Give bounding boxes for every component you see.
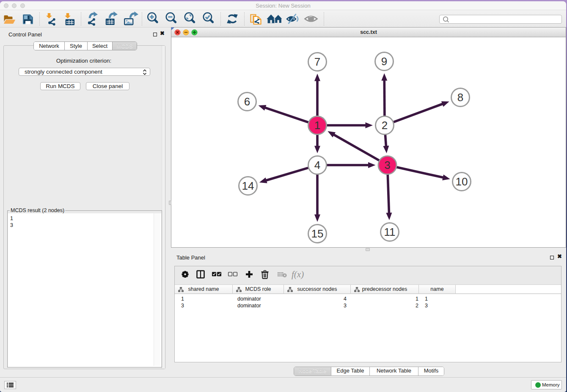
svg-text:15: 15 (311, 227, 324, 240)
svg-text:4: 4 (314, 159, 320, 171)
svg-text:7: 7 (314, 55, 320, 68)
svg-text:8: 8 (457, 91, 463, 104)
svg-text:9: 9 (381, 55, 387, 68)
svg-text:2: 2 (382, 119, 388, 132)
svg-text:10: 10 (456, 175, 468, 188)
svg-text:6: 6 (244, 95, 250, 108)
svg-text:f(x): f(x) (292, 269, 304, 279)
svg-text:11: 11 (384, 226, 396, 238)
svg-text:3: 3 (384, 159, 390, 171)
svg-text:14: 14 (242, 179, 254, 192)
svg-text:1: 1 (314, 119, 320, 132)
